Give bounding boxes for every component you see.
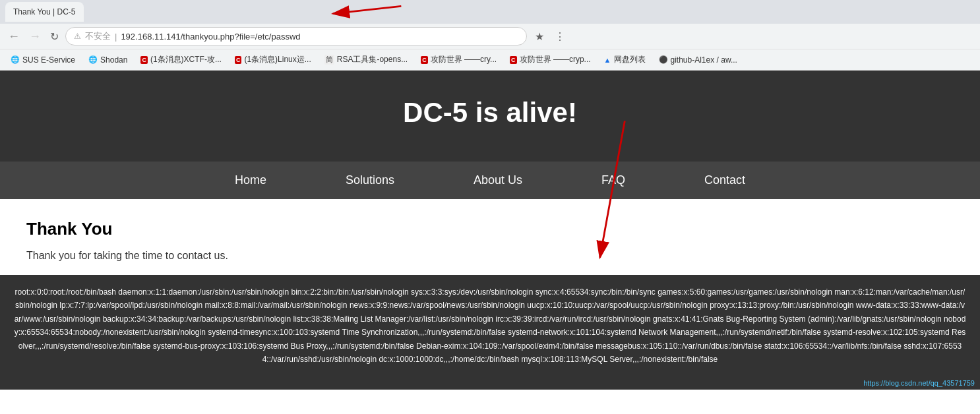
browser-tabs: Thank You | DC-5 <box>0 0 980 24</box>
file-dump-area: root:x:0:0:root:/root:/bin/bash daemon:x… <box>0 275 980 376</box>
site-content: Thank You Thank you for taking the time … <box>0 199 980 275</box>
insecure-label: 不安全 <box>85 30 111 42</box>
nav-about[interactable]: About Us <box>474 173 522 187</box>
bookmark-github-label: github-Al1ex / aw... <box>671 55 737 65</box>
nav-faq[interactable]: FAQ <box>601 173 625 187</box>
bookmark-shodan-icon: 🌐 <box>88 55 98 64</box>
site-title: DC-5 is alive! <box>13 97 967 129</box>
bookmark-rsa-label: RSA工具集-opens... <box>337 54 408 65</box>
bottom-link[interactable]: https://blog.csdn.net/qq_43571759 <box>863 379 975 387</box>
bookmark-xctf[interactable]: C (1条消息)XCTF-攻... <box>135 53 227 67</box>
bookmark-shodan[interactable]: 🌐 Shodan <box>83 54 133 66</box>
bookmark-sus-icon: 🌐 <box>11 55 20 64</box>
site-header: DC-5 is alive! <box>0 71 980 162</box>
bookmark-attack2-icon: C <box>510 56 517 64</box>
reload-button[interactable]: ↻ <box>47 30 61 43</box>
file-dump-text: root:x:0:0:root:/root:/bin/bash daemon:x… <box>13 285 967 366</box>
active-tab[interactable]: Thank You | DC-5 <box>5 2 84 22</box>
bookmark-netdisk[interactable]: ▲ 网盘列表 <box>599 53 651 67</box>
menu-icon[interactable]: ⋮ <box>552 30 568 43</box>
browser-chrome: Thank You | DC-5 ← → ↻ ⚠ 不安全 | 192.168.1… <box>0 0 980 71</box>
bookmark-rsa[interactable]: 简 RSA工具集-opens... <box>319 53 413 67</box>
website: DC-5 is alive! Home Solutions About Us F… <box>0 71 980 390</box>
back-button[interactable]: ← <box>5 30 22 44</box>
bookmark-linux-label: (1条消息)Linux运... <box>244 54 311 65</box>
bookmark-netdisk-icon: ▲ <box>604 56 611 64</box>
bookmark-xctf-icon: C <box>140 56 148 64</box>
bookmark-star-icon[interactable]: ★ <box>531 30 548 43</box>
thank-you-heading: Thank You <box>26 219 954 239</box>
bookmark-linux[interactable]: C (1条消息)Linux运... <box>230 53 317 67</box>
bookmark-github-icon: ⚫ <box>659 55 668 64</box>
thank-you-body: Thank you for taking the time to contact… <box>26 250 954 262</box>
address-bar[interactable]: ⚠ 不安全 | 192.168.11.141/thankyou.php?file… <box>65 27 527 45</box>
bookmark-linux-icon: C <box>235 56 242 64</box>
bookmark-netdisk-label: 网盘列表 <box>614 54 646 65</box>
url-text: 192.168.11.141/thankyou.php?file=/etc/pa… <box>121 32 300 42</box>
nav-contact[interactable]: Contact <box>704 173 745 187</box>
site-nav: Home Solutions About Us FAQ Contact <box>0 162 980 199</box>
insecure-icon: ⚠ <box>74 32 81 41</box>
address-separator: | <box>115 32 117 42</box>
page-wrapper: Thank You | DC-5 ← → ↻ ⚠ 不安全 | 192.168.1… <box>0 0 980 390</box>
bookmark-sus[interactable]: 🌐 SUS E-Service <box>5 54 80 66</box>
bookmark-attack2-label: 攻防世界 ——cryp... <box>520 54 591 65</box>
nav-solutions[interactable]: Solutions <box>346 173 394 187</box>
bookmark-shodan-label: Shodan <box>100 55 127 65</box>
address-bar-row: ← → ↻ ⚠ 不安全 | 192.168.11.141/thankyou.ph… <box>0 24 980 49</box>
bottom-link-bar: https://blog.csdn.net/qq_43571759 <box>0 376 980 390</box>
nav-home[interactable]: Home <box>235 173 266 187</box>
bookmark-sus-label: SUS E-Service <box>22 55 75 65</box>
bookmarks-bar: 🌐 SUS E-Service 🌐 Shodan C (1条消息)XCTF-攻.… <box>0 49 980 70</box>
bookmark-attack1-label: 攻防世界 ——cry... <box>431 54 497 65</box>
bookmark-attack1-icon: C <box>421 56 428 64</box>
forward-button[interactable]: → <box>26 30 44 44</box>
bookmark-attack2[interactable]: C 攻防世界 ——cryp... <box>505 53 596 67</box>
bookmark-xctf-label: (1条消息)XCTF-攻... <box>150 54 222 65</box>
tab-label: Thank You | DC-5 <box>13 7 76 16</box>
bookmark-rsa-icon: 简 <box>324 55 334 65</box>
bookmark-github[interactable]: ⚫ github-Al1ex / aw... <box>654 54 743 66</box>
bookmark-attack1[interactable]: C 攻防世界 ——cry... <box>415 53 502 67</box>
